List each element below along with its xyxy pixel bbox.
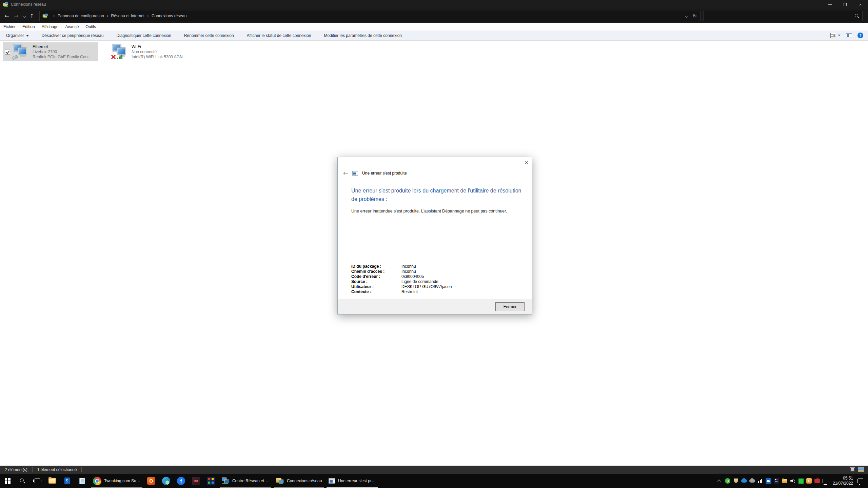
cloud-sync-tray-icon[interactable]: [749, 478, 755, 484]
minimize-button[interactable]: [822, 0, 837, 9]
network-connections-icon: [276, 477, 284, 484]
chrome-window-button[interactable]: Tweaking.com Sup...: [90, 474, 144, 488]
hidden-icons-chevron-icon[interactable]: [717, 478, 723, 484]
pinned-app-blue-button[interactable]: [60, 474, 75, 488]
connection-status-button[interactable]: Afficher le statut de cette connexion: [247, 33, 311, 38]
forward-icon[interactable]: →: [12, 11, 21, 21]
search-icon: [19, 478, 25, 484]
history-dropdown-icon[interactable]: [21, 11, 27, 21]
menu-edition[interactable]: Edition: [19, 24, 38, 29]
detail-row: ID du package :Inconnu: [351, 264, 452, 269]
file-explorer-button[interactable]: [45, 474, 60, 488]
windows-logo-icon: [5, 478, 11, 484]
mit-app-icon: MIT: [192, 477, 200, 485]
adapter-name: Wi-Fi: [132, 44, 183, 49]
status-bar: 2 élément(s) 1 élément sélectionné: [0, 466, 868, 474]
folder-content: Ethernet Livebox-2790 Realtek PCIe GbE F…: [0, 41, 868, 466]
menu-bar: Fichier Edition Affichage Avancé Outils: [0, 23, 868, 30]
large-icons-view-icon[interactable]: [858, 467, 864, 472]
shield-tray-icon[interactable]: [733, 478, 739, 484]
menu-avance[interactable]: Avancé: [62, 24, 82, 29]
breadcrumb-network-connections[interactable]: Connexions réseau: [152, 14, 186, 18]
desktop: Connexions réseau × ← → ↑ › Panneau de c…: [0, 0, 868, 488]
car-app-tray-icon[interactable]: [766, 478, 771, 484]
green-square-tray-icon[interactable]: [798, 478, 804, 484]
action-center-icon[interactable]: [857, 478, 863, 484]
signal-bars-icon: [117, 55, 122, 59]
ludo-game-icon: [207, 477, 215, 485]
pixel-game-tray-icon[interactable]: [774, 478, 780, 484]
search-input[interactable]: [704, 14, 854, 18]
toolbox-tray-icon[interactable]: [814, 478, 820, 484]
folder-tray-icon[interactable]: [782, 478, 788, 484]
error-window-icon: [329, 478, 335, 484]
address-bar: ← → ↑ › Panneau de configuration › Résea…: [0, 9, 868, 23]
stats-bars-tray-icon[interactable]: [757, 478, 763, 484]
edge-button[interactable]: [159, 474, 174, 488]
notepad-icon: [79, 478, 85, 484]
diagnose-connection-button[interactable]: Diagnostiquer cette connexion: [116, 33, 171, 38]
taskbar-search-button[interactable]: [15, 474, 30, 488]
network-center-window-button[interactable]: Centre Réseau et p...: [218, 474, 273, 488]
error-details: ID du package :Inconnu Chemin d'accès :I…: [351, 264, 452, 294]
menu-fichier[interactable]: Fichier: [0, 24, 19, 29]
breadcrumb-control-panel[interactable]: Panneau de configuration: [58, 14, 104, 18]
taskbar-clock[interactable]: 05:51 21/07/2022: [831, 476, 855, 486]
chrome-icon: [93, 477, 101, 485]
utorrent-tray-icon[interactable]: µ: [725, 478, 731, 484]
organize-dropdown-icon: [26, 35, 29, 37]
task-view-button[interactable]: [30, 474, 45, 488]
clock-time: 05:51: [833, 476, 853, 481]
pinned-app-blue-icon: [64, 477, 70, 484]
notepad-button[interactable]: [75, 474, 90, 488]
disconnected-x-icon: [111, 54, 116, 60]
address-dropdown-icon[interactable]: [685, 14, 689, 18]
menu-affichage[interactable]: Affichage: [38, 24, 62, 29]
adapter-ethernet[interactable]: Ethernet Livebox-2790 Realtek PCIe GbE F…: [3, 42, 98, 61]
adapter-device: Realtek PCIe GbE Family Cont...: [33, 55, 92, 60]
sync-orange-tray-icon[interactable]: ↻: [806, 478, 812, 484]
dialog-close-icon[interactable]: ×: [524, 159, 529, 165]
ethernet-tray-icon[interactable]: [823, 478, 828, 484]
breadcrumb-network-internet[interactable]: Réseau et Internet: [111, 14, 144, 18]
change-settings-button[interactable]: Modifier les paramètres de cette connexi…: [324, 33, 402, 38]
rename-connection-button[interactable]: Renommer cette connexion: [184, 33, 234, 38]
start-button[interactable]: [0, 474, 15, 488]
dialog-window-icon: [352, 171, 358, 176]
facebook-icon: f: [177, 477, 185, 485]
detail-row: Contexte :Restreint: [351, 289, 452, 294]
menu-outils[interactable]: Outils: [82, 24, 99, 29]
up-icon[interactable]: ↑: [27, 11, 37, 21]
preview-pane-icon[interactable]: [846, 33, 852, 38]
back-icon[interactable]: ←: [2, 11, 12, 21]
details-view-icon[interactable]: [850, 467, 855, 472]
dialog-back-icon[interactable]: ←: [343, 170, 348, 176]
help-icon[interactable]: ?: [857, 33, 863, 38]
onedrive-tray-icon[interactable]: [741, 478, 747, 484]
mit-app-button[interactable]: MIT: [189, 474, 203, 488]
error-window-button[interactable]: Une erreur s'est pro...: [325, 474, 379, 488]
taskbar: Tweaking.com Sup... O f MIT Centre Résea…: [0, 474, 868, 488]
breadcrumb[interactable]: › Panneau de configuration › Réseau et I…: [39, 11, 701, 21]
item-count: 2 élément(s): [0, 467, 32, 472]
fermer-button[interactable]: Fermer: [495, 302, 525, 311]
view-options-button[interactable]: [830, 33, 841, 38]
ethernet-checkbox[interactable]: [5, 49, 10, 55]
ludo-game-button[interactable]: [203, 474, 218, 488]
location-icon: [43, 14, 47, 18]
volume-tray-icon[interactable]: [790, 478, 796, 484]
search-box[interactable]: [703, 11, 863, 21]
search-icon: [854, 13, 860, 19]
facebook-button[interactable]: f: [174, 474, 189, 488]
organize-button[interactable]: Organiser: [6, 33, 29, 38]
maximize-button[interactable]: [837, 0, 853, 9]
disable-device-button[interactable]: Désactiver ce périphérique réseau: [42, 33, 104, 38]
explorer-titlebar: Connexions réseau ×: [0, 0, 868, 9]
adapter-wifi[interactable]: Wi-Fi Non connecté Intel(R) WiFi Link 53…: [102, 42, 203, 61]
refresh-icon[interactable]: ↻: [693, 13, 697, 19]
close-button[interactable]: ×: [853, 0, 868, 9]
network-connections-window-button[interactable]: Connexions réseau: [273, 474, 325, 488]
office-button[interactable]: O: [144, 474, 159, 488]
network-center-icon: [222, 477, 230, 484]
selected-count: 1 élément sélectionné: [33, 467, 82, 472]
